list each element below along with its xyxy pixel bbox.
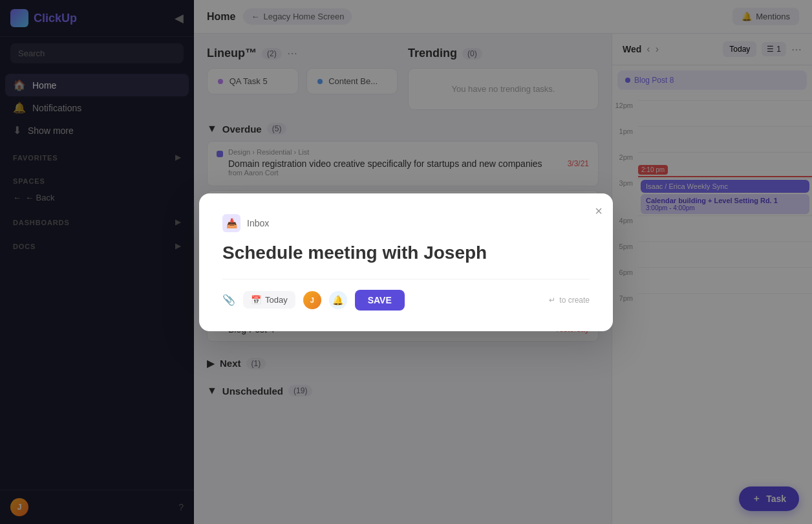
modal-close-button[interactable]: × — [595, 204, 603, 219]
save-button[interactable]: SAVE — [355, 290, 405, 311]
create-hint: ↵ to create — [549, 296, 590, 305]
reminder-title-input[interactable] — [222, 243, 590, 263]
attachment-icon[interactable]: 📎 — [222, 294, 235, 306]
reminder-modal: × 📥 Inbox 📎 📅 Today J 🔔 SAVE ↵ to create — [199, 193, 613, 331]
notify-bell-icon[interactable]: 🔔 — [329, 291, 347, 309]
enter-icon: ↵ — [549, 296, 555, 305]
calendar-icon: 📅 — [251, 295, 261, 305]
date-picker-button[interactable]: 📅 Today — [243, 291, 295, 309]
modal-overlay[interactable]: × 📥 Inbox 📎 📅 Today J 🔔 SAVE ↵ to create — [0, 0, 812, 524]
date-label: Today — [265, 295, 288, 305]
modal-header: 📥 Inbox — [222, 214, 590, 232]
modal-footer: 📎 📅 Today J 🔔 SAVE ↵ to create — [222, 279, 590, 311]
inbox-icon: 📥 — [222, 214, 240, 232]
assignee-avatar[interactable]: J — [303, 291, 321, 309]
modal-inbox-label: Inbox — [247, 218, 269, 228]
